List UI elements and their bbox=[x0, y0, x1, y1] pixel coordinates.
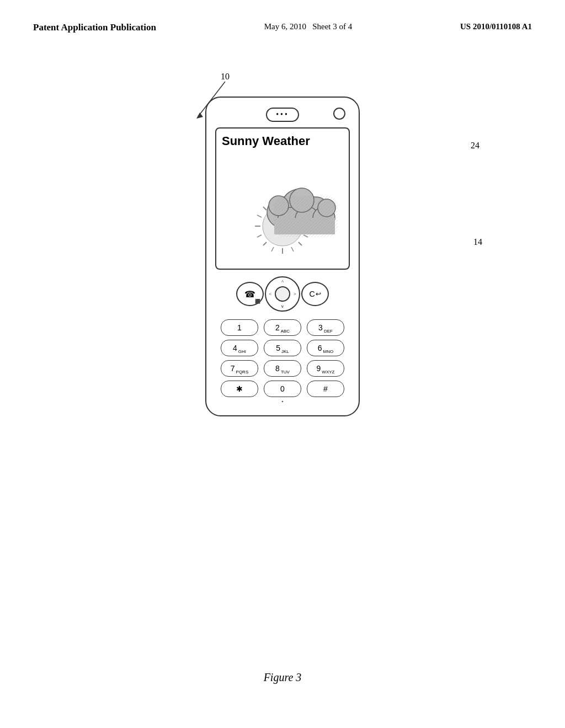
patent-date-sheet: May 6, 2010 Sheet 3 of 4 bbox=[264, 22, 353, 31]
svg-marker-1 bbox=[196, 113, 203, 119]
back-icon: ↩ bbox=[316, 290, 321, 298]
phone-device: ••• Sunny Weather bbox=[205, 97, 360, 416]
dpad-left[interactable]: < bbox=[269, 291, 271, 297]
key-1[interactable]: 1 bbox=[221, 319, 258, 336]
phone-body: ••• Sunny Weather bbox=[205, 97, 360, 416]
key-3[interactable]: 3 DEF bbox=[307, 319, 344, 336]
ref-label-10: 10 bbox=[221, 72, 230, 82]
svg-rect-33 bbox=[274, 196, 338, 237]
svg-line-14 bbox=[263, 207, 266, 210]
call-button[interactable]: ☎ ⬛ bbox=[236, 282, 264, 306]
key-hash[interactable]: # bbox=[307, 381, 344, 397]
dpad-down[interactable]: v bbox=[281, 303, 284, 309]
patent-date: May 6, 2010 bbox=[264, 22, 306, 31]
keypad-row-3: 7 PQRS 8 TUV 9 WXYZ bbox=[221, 360, 344, 377]
dpad-center-btn[interactable] bbox=[275, 286, 290, 302]
svg-line-18 bbox=[291, 247, 294, 251]
camera-button[interactable] bbox=[333, 108, 345, 120]
patent-number: US 2010/0110108 A1 bbox=[460, 22, 532, 31]
screen-title: Sunny Weather bbox=[222, 134, 343, 148]
keypad: 1 2 ABC 3 DEF 4 GHI 5 JKL bbox=[215, 319, 350, 397]
left-btn-subtext: ⬛ bbox=[255, 299, 260, 304]
patent-header: Patent Application Publication May 6, 20… bbox=[0, 0, 565, 44]
dpad-up[interactable]: ^ bbox=[281, 279, 284, 285]
key-0[interactable]: 0 bbox=[264, 381, 301, 397]
clear-icon: C bbox=[309, 290, 315, 298]
phone-connector: • bbox=[215, 399, 350, 404]
key-7[interactable]: 7 PQRS bbox=[221, 360, 258, 377]
key-5[interactable]: 5 JKL bbox=[264, 340, 301, 356]
speaker: ••• bbox=[266, 108, 299, 122]
phone-screen: Sunny Weather bbox=[215, 127, 350, 270]
key-9[interactable]: 9 WXYZ bbox=[307, 360, 344, 377]
svg-line-21 bbox=[257, 215, 262, 217]
ref-label-24: 24 bbox=[471, 141, 479, 151]
clear-button[interactable]: C ↩ bbox=[301, 282, 329, 306]
svg-line-20 bbox=[257, 235, 262, 237]
nav-area: ☎ ⬛ ^ < > v C ↩ bbox=[215, 276, 350, 312]
key-star[interactable]: ✱ bbox=[221, 381, 258, 397]
dpad-right[interactable]: > bbox=[294, 291, 296, 297]
keypad-row-1: 1 2 ABC 3 DEF bbox=[221, 319, 344, 336]
key-8[interactable]: 8 TUV bbox=[264, 360, 301, 377]
phone-top: ••• bbox=[215, 108, 350, 122]
patent-sheet: Sheet 3 of 4 bbox=[312, 22, 352, 31]
dpad[interactable]: ^ < > v bbox=[265, 276, 300, 312]
keypad-row-2: 4 GHI 5 JKL 6 MNO bbox=[221, 340, 344, 356]
svg-line-12 bbox=[263, 242, 266, 245]
patent-title: Patent Application Publication bbox=[33, 22, 156, 33]
call-icon: ☎ bbox=[244, 289, 255, 299]
keypad-row-4: ✱ 0 # bbox=[221, 381, 344, 397]
key-2[interactable]: 2 ABC bbox=[264, 319, 301, 336]
weather-illustration bbox=[222, 153, 343, 263]
svg-line-10 bbox=[299, 242, 302, 245]
ref-label-14: 14 bbox=[473, 237, 482, 247]
key-6[interactable]: 6 MNO bbox=[307, 340, 344, 356]
figure-label: Figure 3 bbox=[264, 671, 302, 684]
svg-line-19 bbox=[271, 247, 274, 251]
key-4[interactable]: 4 GHI bbox=[221, 340, 258, 356]
